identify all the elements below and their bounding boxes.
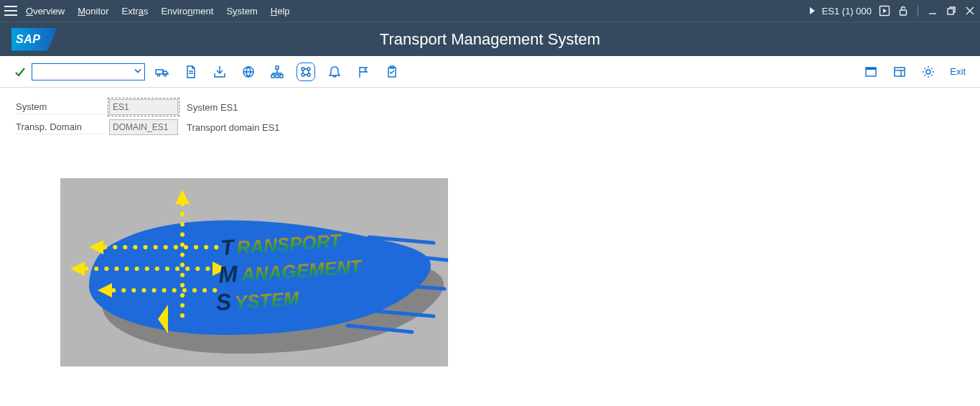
svg-marker-33 [175, 190, 190, 204]
enter-check-icon[interactable] [14, 66, 26, 78]
menu-extras[interactable]: Extras [122, 6, 149, 17]
svg-point-7 [157, 73, 159, 75]
domain-value[interactable]: DOMAIN_ES1 [109, 119, 178, 135]
menu-help[interactable]: Help [271, 6, 290, 17]
svg-rect-6 [156, 70, 163, 74]
svg-rect-13 [271, 75, 274, 78]
gear-icon[interactable] [921, 65, 935, 79]
command-field-wrapper [32, 63, 145, 80]
svg-rect-25 [895, 68, 905, 76]
field-grid: System ES1 System ES1 Transp. Domain DOM… [16, 99, 964, 135]
application-toolbar: Exit [0, 56, 980, 88]
svg-marker-35 [89, 240, 103, 254]
svg-point-28 [926, 70, 930, 74]
flag-icon[interactable] [356, 65, 370, 79]
page-title: Transport Management System [0, 30, 980, 49]
menu-environment[interactable]: Environment [161, 6, 213, 17]
hierarchy-icon[interactable] [270, 65, 284, 79]
system-value[interactable]: ES1 [109, 99, 178, 115]
svg-rect-1 [900, 10, 907, 15]
restore-window-icon[interactable] [946, 5, 957, 17]
exit-button[interactable]: Exit [950, 66, 966, 77]
clipboard-icon[interactable] [385, 65, 399, 79]
tms-graphic: T RANSPORT M ANAGEMENT S YSTEM [60, 178, 448, 366]
svg-rect-12 [276, 66, 279, 69]
graphic-line2-initial: M [218, 261, 239, 288]
svg-point-17 [307, 68, 310, 70]
truck-icon[interactable] [155, 65, 169, 79]
system-description: System ES1 [182, 102, 964, 113]
svg-point-19 [307, 73, 310, 76]
svg-point-18 [302, 73, 304, 76]
divider [918, 5, 918, 17]
svg-rect-14 [276, 75, 279, 78]
command-field[interactable] [32, 63, 145, 80]
system-client-label: ES1 (1) 000 [822, 6, 872, 17]
play-box-icon[interactable] [879, 5, 890, 17]
new-window-icon[interactable] [864, 65, 878, 79]
close-icon[interactable] [964, 5, 976, 17]
document-icon[interactable] [184, 65, 198, 79]
domain-label: Transp. Domain [16, 120, 105, 134]
menu-monitor[interactable]: Monitor [78, 6, 108, 17]
config-icon[interactable] [299, 65, 313, 79]
svg-rect-24 [866, 68, 876, 70]
svg-point-16 [302, 68, 304, 70]
unlock-icon[interactable] [897, 5, 909, 17]
title-band: SAP Transport Management System [0, 22, 980, 56]
layout-icon[interactable] [892, 65, 907, 79]
svg-rect-15 [280, 75, 283, 78]
menu-bar: Overview Monitor Extras Environment Syst… [0, 0, 980, 22]
domain-description: Transport domain ES1 [182, 122, 964, 133]
graphic-line3: YSTEM [234, 287, 301, 313]
minimize-icon[interactable] [927, 5, 938, 17]
import-icon[interactable] [213, 65, 227, 79]
hamburger-menu-icon[interactable] [4, 6, 17, 16]
graphic-line3-initial: S [215, 288, 233, 315]
bell-icon[interactable] [327, 65, 342, 79]
globe-icon[interactable] [241, 65, 256, 79]
svg-rect-3 [948, 9, 953, 14]
menu-items: Overview Monitor Extras Environment Syst… [26, 6, 290, 17]
system-label: System [16, 100, 105, 114]
chevron-right-icon[interactable] [810, 7, 815, 14]
menu-overview[interactable]: Overview [26, 6, 65, 17]
svg-point-8 [164, 73, 166, 75]
content-area: System ES1 System ES1 Transp. Domain DOM… [0, 88, 980, 378]
menu-system[interactable]: System [226, 6, 257, 17]
svg-marker-36 [70, 262, 85, 276]
